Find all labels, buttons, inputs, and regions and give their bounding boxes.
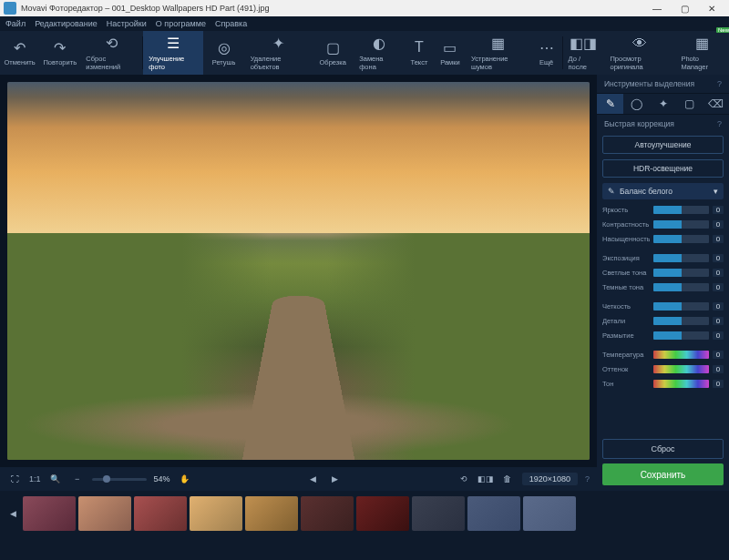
menu-file[interactable]: Файл [5, 19, 26, 28]
reset-button[interactable]: Сброс [602, 439, 724, 459]
actual-size-button[interactable]: 1:1 [29, 472, 41, 486]
slider-track[interactable] [653, 254, 709, 262]
reset-changes-button[interactable]: ⟲Сброс изменений [80, 31, 142, 75]
select-wand[interactable]: ✦ [650, 94, 676, 114]
white-balance-accordion[interactable]: ✎Баланс белого▾ [602, 183, 724, 199]
slider-value[interactable]: 0 [713, 235, 724, 243]
slider-label: Четкость [602, 302, 650, 311]
slider-track[interactable] [653, 317, 709, 325]
slider-track[interactable] [653, 302, 709, 311]
zoom-out-button[interactable]: 🔍 [48, 472, 63, 486]
slider-value[interactable]: 0 [713, 206, 724, 214]
dimensions-display[interactable]: 1920×1080 [522, 473, 578, 485]
thumbnail[interactable] [301, 496, 354, 531]
slider-value[interactable]: 0 [713, 269, 724, 277]
tool-before-after[interactable]: ◧◨До / после [562, 31, 604, 75]
slider-track[interactable] [653, 269, 709, 277]
select-lasso[interactable]: ◯ [623, 94, 650, 114]
zoom-percent: 54% [154, 474, 170, 484]
minimize-button[interactable]: — [643, 4, 671, 14]
save-button[interactable]: Сохранить [602, 463, 724, 485]
slider-label: Яркость [602, 206, 650, 214]
thumbnail[interactable] [523, 496, 576, 531]
slider-track[interactable] [653, 283, 709, 291]
noise-icon: ▦ [491, 36, 505, 52]
tool-enhance[interactable]: ☰Улучшение фото [143, 31, 202, 75]
image-canvas[interactable] [7, 82, 590, 460]
slider-value[interactable]: 0 [713, 331, 724, 340]
thumbnail[interactable] [78, 496, 131, 531]
auto-enhance-button[interactable]: Автоулучшение [602, 136, 724, 154]
slider-row: Яркость0 [602, 204, 724, 216]
menu-settings[interactable]: Настройки [107, 19, 147, 28]
slider-track[interactable] [653, 380, 709, 388]
thumbnail[interactable] [190, 496, 242, 531]
undo-button[interactable]: ↶Отменить [0, 31, 39, 75]
menu-help[interactable]: Справка [215, 19, 247, 28]
slider-value[interactable]: 0 [713, 380, 724, 388]
rotate-button[interactable]: ⟲ [457, 472, 471, 486]
slider-track[interactable] [653, 206, 709, 214]
tool-remove-objects[interactable]: ✦Удаление объектов [245, 31, 313, 75]
thumbnail[interactable] [467, 496, 520, 531]
tool-photo-manager[interactable]: New▦Photo Manager [675, 31, 729, 75]
dropper-icon: ✎ [608, 187, 615, 196]
select-erase[interactable]: ⌫ [703, 94, 729, 114]
slider-value[interactable]: 0 [713, 351, 724, 359]
slider-track[interactable] [653, 365, 709, 373]
zoom-slider[interactable] [92, 478, 147, 481]
slider-row: Тон0 [602, 378, 724, 390]
redo-button[interactable]: ↷Повторить [39, 31, 80, 75]
window-titlebar: Movavi Фоторедактор – 001_Desktop Wallpa… [0, 0, 729, 16]
thumbnail[interactable] [23, 496, 76, 531]
compare-button[interactable]: ◧◨ [478, 472, 493, 486]
slider-track[interactable] [653, 351, 709, 359]
eye-icon: 👁 [632, 36, 647, 52]
slider-value[interactable]: 0 [713, 220, 724, 229]
hdr-lighting-button[interactable]: HDR-освещение [602, 159, 724, 178]
maximize-button[interactable]: ▢ [671, 4, 698, 14]
next-image-button[interactable]: ▶ [328, 472, 343, 486]
close-button[interactable]: ✕ [698, 4, 725, 14]
help-icon[interactable]: ? [717, 119, 722, 128]
slider-label: Детали [602, 317, 650, 325]
slider-row: Темные тона0 [602, 281, 724, 293]
menu-edit[interactable]: Редактирование [35, 19, 98, 28]
tool-more[interactable]: ⋯Ещё [531, 31, 562, 75]
canvas-area: ⛶ 1:1 🔍 − 54% ✋ ◀ ▶ ⟲ ◧◨ 🗑 1920×1080 ? [0, 75, 597, 491]
compare-icon: ◧◨ [570, 36, 597, 52]
thumbnail[interactable] [245, 496, 298, 531]
slider-value[interactable]: 0 [713, 254, 724, 262]
help-icon[interactable]: ? [585, 474, 590, 484]
slider-value[interactable]: 0 [713, 317, 724, 325]
menu-about[interactable]: О программе [156, 19, 206, 28]
thumbnail[interactable] [134, 496, 187, 531]
fit-button[interactable]: ⛶ [7, 472, 22, 486]
tool-view-original[interactable]: 👁Просмотр оригинала [604, 31, 675, 75]
zoom-minus-button[interactable]: − [70, 472, 85, 486]
tool-crop[interactable]: ▢Обрезка [312, 31, 354, 75]
help-icon[interactable]: ? [717, 79, 722, 88]
select-rect[interactable]: ▢ [676, 94, 703, 114]
slider-track[interactable] [653, 220, 709, 229]
delete-button[interactable]: 🗑 [500, 472, 515, 486]
filmstrip-prev[interactable]: ◀ [5, 506, 20, 521]
tool-denoise[interactable]: ▦Устранение шумов [466, 31, 531, 75]
slider-track[interactable] [653, 235, 709, 243]
retouch-icon: ◎ [218, 39, 231, 56]
slider-label: Темные тона [602, 283, 650, 291]
slider-value[interactable]: 0 [713, 365, 724, 373]
thumbnail[interactable] [356, 496, 409, 531]
tool-text[interactable]: TТекст [404, 31, 435, 75]
tool-frames[interactable]: ▭Рамки [435, 31, 466, 75]
thumbnail[interactable] [412, 496, 465, 531]
slider-track[interactable] [653, 331, 709, 340]
slider-value[interactable]: 0 [713, 283, 724, 291]
tool-change-bg[interactable]: ◐Замена фона [354, 31, 404, 75]
tool-retouch[interactable]: ◎Ретушь [203, 31, 245, 75]
hand-tool-button[interactable]: ✋ [178, 472, 192, 486]
select-brush[interactable]: ✎ [597, 94, 623, 114]
slider-row: Размытие0 [602, 330, 724, 341]
prev-image-button[interactable]: ◀ [306, 472, 321, 486]
slider-value[interactable]: 0 [713, 302, 724, 311]
